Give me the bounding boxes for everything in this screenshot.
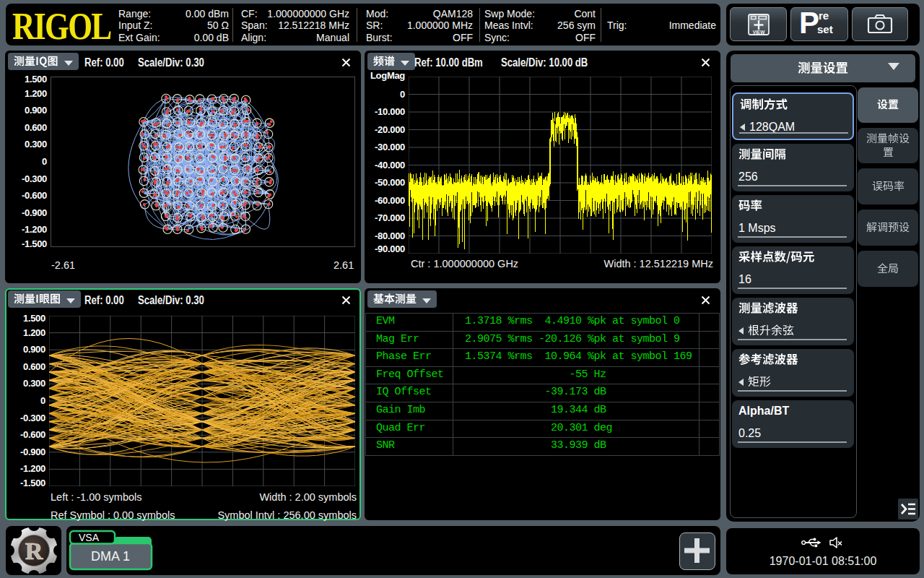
svg-text:DMA 1: DMA 1 — [91, 549, 130, 564]
svg-text:VSA: VSA — [79, 532, 100, 543]
svg-text:VIEW: VIEW — [752, 29, 764, 34]
svg-text:R: R — [25, 538, 43, 564]
